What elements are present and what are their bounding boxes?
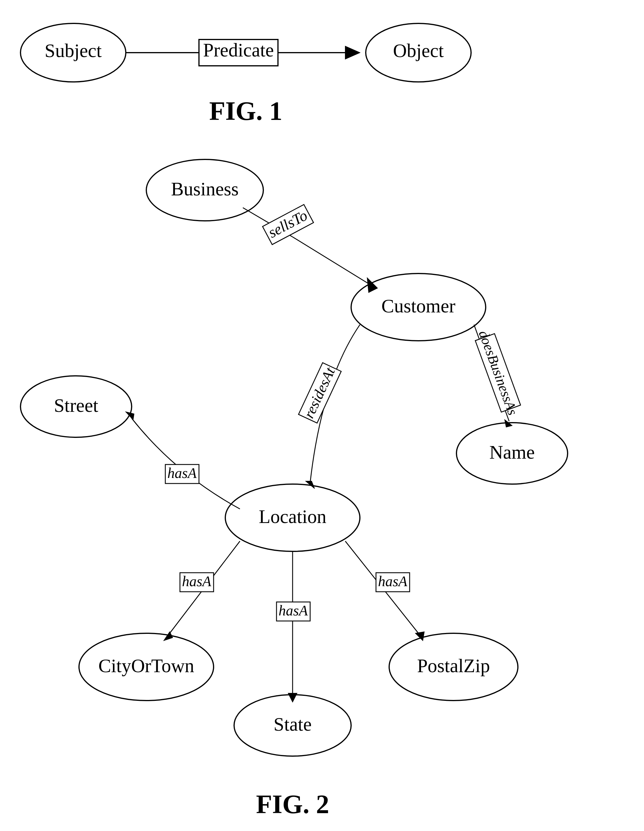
- fig2-customer-label: Customer: [381, 295, 456, 317]
- diagram-container: Subject Predicate Object FIG. 1 Business…: [0, 0, 644, 831]
- fig1-arrow: [345, 46, 360, 59]
- fig2-postalzip-label: PostalZip: [417, 655, 490, 676]
- fig1-caption: FIG. 1: [209, 97, 282, 126]
- fig1-object-label: Object: [393, 40, 443, 61]
- fig2-location-label: Location: [259, 506, 326, 527]
- fig1-predicate-label: Predicate: [203, 40, 274, 60]
- fig2-cityortown-label: CityOrTown: [98, 655, 194, 676]
- fig2-street-label: Street: [54, 395, 98, 416]
- fig2-hasa3-label: hasA: [279, 602, 308, 619]
- fig2-caption: FIG. 2: [256, 790, 329, 819]
- svg-line-3: [293, 237, 369, 284]
- fig2-name-label: Name: [489, 442, 534, 463]
- fig1-subject-label: Subject: [45, 40, 102, 61]
- fig2-hasa1-label: hasA: [167, 465, 197, 481]
- fig2-state-label: State: [274, 714, 312, 735]
- fig2-hasa4-label: hasA: [378, 573, 407, 589]
- fig2-hasa2-label: hasA: [182, 573, 211, 589]
- fig2-business-label: Business: [171, 178, 239, 199]
